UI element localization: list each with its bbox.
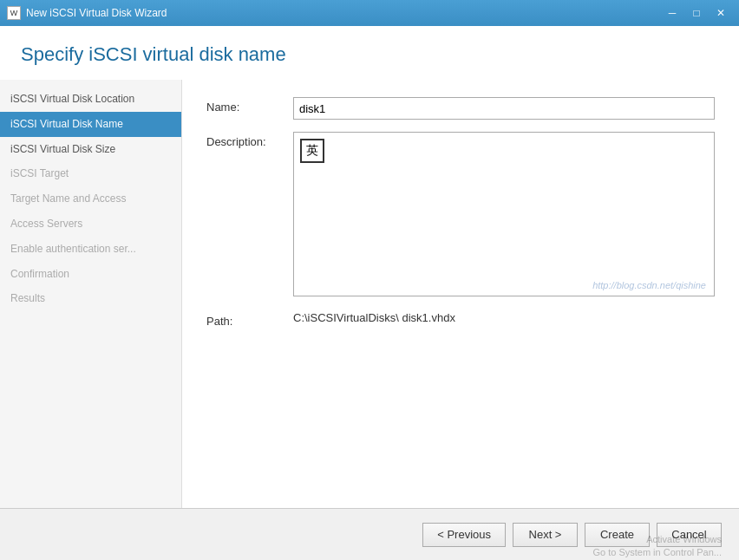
description-row: Description: 英 http://blog.csdn.net/qish…	[206, 132, 715, 299]
sidebar-item-target-name: Target Name and Access	[0, 186, 181, 212]
path-value: C:\iSCSIVirtualDisks\ disk1.vhdx	[293, 308, 455, 324]
sidebar-item-access: Access Servers	[0, 212, 181, 237]
titlebar-controls: ─ □ ✕	[661, 4, 732, 22]
sidebar-item-location[interactable]: iSCSI Virtual Disk Location	[0, 87, 181, 112]
main-panel: Name: Description: 英 http://blog.csdn.ne…	[182, 80, 739, 508]
description-textarea[interactable]	[293, 132, 715, 296]
maximize-button[interactable]: □	[685, 4, 708, 22]
sidebar-item-size[interactable]: iSCSI Virtual Disk Size	[0, 137, 181, 162]
path-field: C:\iSCSIVirtualDisks\ disk1.vhdx	[293, 311, 715, 324]
titlebar-left: W New iSCSI Virtual Disk Wizard	[7, 6, 167, 20]
close-button[interactable]: ✕	[710, 4, 732, 22]
description-field: 英 http://blog.csdn.net/qishine	[293, 132, 715, 299]
sidebar: iSCSI Virtual Disk Location iSCSI Virtua…	[0, 80, 182, 508]
name-row: Name:	[206, 97, 715, 120]
cancel-button[interactable]: Cancel	[657, 523, 722, 547]
path-row: Path: C:\iSCSIVirtualDisks\ disk1.vhdx	[206, 311, 715, 328]
sidebar-item-target: iSCSI Target	[0, 161, 181, 186]
sidebar-item-confirmation: Confirmation	[0, 262, 181, 287]
sidebar-item-name[interactable]: iSCSI Virtual Disk Name	[0, 112, 181, 137]
app-icon: W	[7, 6, 21, 20]
dialog-header: Specify iSCSI virtual disk name	[0, 26, 739, 80]
dialog: Specify iSCSI virtual disk name iSCSI Vi…	[0, 26, 739, 560]
sidebar-item-auth: Enable authentication ser...	[0, 237, 181, 262]
name-input[interactable]	[293, 97, 715, 120]
titlebar-title: New iSCSI Virtual Disk Wizard	[26, 7, 167, 19]
create-button[interactable]: Create	[585, 523, 650, 547]
next-button[interactable]: Next >	[513, 523, 578, 547]
titlebar: W New iSCSI Virtual Disk Wizard ─ □ ✕	[0, 0, 739, 26]
sidebar-item-results: Results	[0, 286, 181, 311]
dialog-content: iSCSI Virtual Disk Location iSCSI Virtua…	[0, 80, 739, 508]
description-label: Description:	[206, 132, 293, 148]
name-field	[293, 97, 715, 120]
previous-button[interactable]: < Previous	[422, 523, 506, 547]
dialog-footer: < Previous Next > Create Cancel Activate…	[0, 508, 739, 560]
page-title: Specify iSCSI virtual disk name	[21, 43, 718, 66]
minimize-button[interactable]: ─	[661, 4, 683, 22]
path-label: Path:	[206, 311, 293, 328]
watermark-line2: Go to System in Control Pan...	[592, 546, 722, 558]
name-label: Name:	[206, 97, 293, 114]
